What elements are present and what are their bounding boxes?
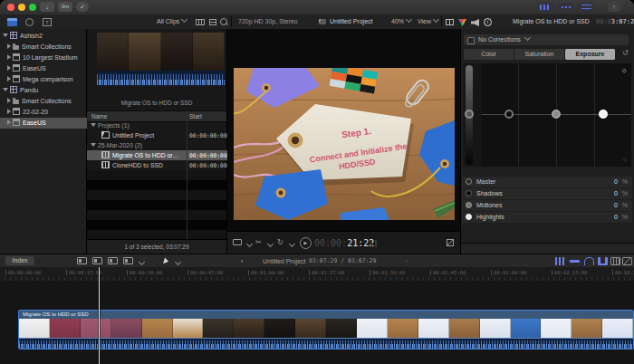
highlights-puck[interactable] [599, 110, 608, 119]
disclosure-open-icon[interactable] [91, 123, 96, 127]
browser-row-migrate-os-selected[interactable]: Migrate OS to HDD or…00:00:00:00 [87, 150, 241, 160]
midtones-puck[interactable] [552, 110, 561, 119]
timeline-ruler[interactable]: 00:00:00:00 00:00:15:00 00:00:30:00 00:0… [0, 267, 634, 282]
master-puck[interactable] [465, 110, 474, 119]
retime-menu-icon[interactable]: ↻ [277, 238, 283, 247]
photos-audio-tab-icon[interactable] [25, 18, 34, 26]
disclosure-closed-icon[interactable] [7, 43, 11, 49]
board-row-midtones[interactable]: Midtones0% [462, 200, 632, 211]
video-inspector-icon[interactable] [446, 19, 454, 25]
previous-timeline-button[interactable]: ‹ [241, 254, 243, 268]
connect-edit-button[interactable] [77, 257, 87, 264]
skimming-toggle[interactable] [555, 257, 565, 265]
overwrite-edit-button[interactable] [123, 257, 133, 264]
sidebar-item-smart-collections[interactable]: Smart Collections [0, 42, 93, 53]
fullscreen-icon[interactable] [447, 239, 454, 246]
column-divider[interactable] [187, 110, 187, 239]
expand-timeline-button[interactable] [622, 257, 632, 265]
sidebar-item-mega-comparison[interactable]: Mega comparison [0, 74, 93, 85]
reset-icon[interactable]: ↺ [622, 49, 629, 57]
browser-row-untitled-project[interactable]: Untitled Project00:00:00:00 [87, 130, 241, 140]
audio-meter-mini[interactable] [375, 240, 377, 247]
search-icon[interactable] [220, 18, 227, 25]
toggle-browser-button[interactable] [537, 3, 552, 12]
check-circle-button[interactable]: ✓ [76, 2, 89, 12]
timeline-index-button[interactable]: Index [5, 256, 34, 265]
clip-thumbnail [19, 319, 50, 338]
info-inspector-icon[interactable]: i [484, 18, 492, 26]
share-button[interactable]: ↑ [608, 2, 620, 12]
disclosure-open-icon[interactable] [91, 143, 96, 147]
playhead[interactable] [99, 267, 100, 364]
sidebar-item-easeus-selected[interactable]: EaseUS [0, 118, 93, 129]
download-button[interactable]: ↓ [40, 2, 54, 12]
browser-row-25-mar-2020[interactable]: 25-Mar-2020 (2) [87, 140, 230, 150]
ruler-label: 00:00:30:00 [127, 270, 162, 275]
timeline-clip-migrate-os[interactable]: Migrate OS to HDD or SSD [18, 310, 634, 350]
disclosure-closed-icon[interactable] [7, 76, 11, 81]
append-edit-button[interactable] [108, 257, 118, 264]
tab-saturation[interactable]: Saturation [514, 49, 565, 60]
board-row-highlights[interactable]: Highlights0% [462, 212, 632, 223]
disclosure-closed-icon[interactable] [7, 65, 11, 71]
browser-filmstrip[interactable] [97, 33, 225, 71]
minimize-window-button[interactable] [18, 4, 25, 11]
toggle-timeline-button[interactable] [558, 3, 573, 12]
sidebar-item-smart-collections-2[interactable]: Smart Collections [0, 96, 93, 107]
tab-color[interactable]: Color [464, 49, 514, 60]
shadows-puck[interactable] [504, 110, 514, 119]
disclosure-open-icon[interactable] [3, 88, 8, 91]
clip-media-menu-icon[interactable] [233, 239, 242, 245]
filmstrip-view-button[interactable] [196, 19, 205, 25]
color-inspector-icon[interactable] [458, 19, 466, 26]
browser-row-projects[interactable]: Projects (1) [87, 120, 230, 130]
disclosure-closed-icon[interactable] [7, 120, 11, 125]
board-row-shadows[interactable]: Shadows0% [462, 188, 632, 199]
audio-inspector-icon[interactable] [471, 19, 479, 26]
audio-skimming-toggle[interactable] [570, 257, 580, 265]
viewer-toolbar: ✂ ↻ ▶ 00:00:21:22 [227, 231, 460, 254]
disclosure-closed-icon[interactable] [7, 109, 11, 114]
clip-appearance-button[interactable] [610, 257, 620, 265]
row-value[interactable]: 0 [614, 188, 618, 199]
libraries-tab-icon[interactable] [7, 18, 17, 26]
browser-row-clonehdd[interactable]: CloneHDD to SSD00:00:00:00 [87, 160, 241, 170]
snapping-toggle[interactable] [598, 257, 608, 265]
timeline-project-name[interactable]: Untitled Project [263, 254, 305, 268]
board-row-master[interactable]: Master0% [462, 177, 632, 187]
viewer-video-frame[interactable]: Step 1. Connect and Initialize the HDD/S… [234, 68, 455, 220]
correction-dropdown[interactable]: No Corrections [464, 34, 629, 45]
insert-edit-button[interactable] [92, 257, 102, 264]
play-button[interactable]: ▶ [300, 237, 312, 249]
sidebar-item-10-largest-stadium[interactable]: 10 Largest Stadium [0, 53, 93, 63]
viewer-view-menu[interactable]: View [418, 14, 438, 29]
sidebar-item-pandu[interactable]: Pandu [0, 85, 89, 96]
disclosure-closed-icon[interactable] [7, 98, 11, 103]
sidebar-item-22-02-20[interactable]: 22-02-20 [0, 107, 93, 118]
clip-filter-dropdown[interactable]: All Clips [157, 14, 187, 29]
sidebar-item-ashish2[interactable]: Ashish2 [0, 31, 89, 42]
board-panel[interactable]: ☼ ☼ [481, 63, 631, 167]
toggle-inspector-button[interactable] [579, 3, 594, 12]
row-value[interactable]: 0 [614, 200, 618, 211]
close-window-button[interactable] [7, 4, 14, 11]
row-value[interactable]: 0 [614, 212, 618, 223]
viewer-zoom-menu[interactable]: 40% [391, 14, 411, 29]
titlebar-button-2[interactable]: 0m [58, 2, 72, 12]
disclosure-closed-icon[interactable] [7, 54, 11, 60]
next-timeline-button[interactable]: › [406, 254, 408, 268]
sidebar-item-easeus-1[interactable]: EaseUS [0, 63, 93, 74]
timeline-area[interactable]: Migrate OS to HDD or SSD [0, 281, 634, 364]
select-tool-icon[interactable] [163, 257, 169, 264]
blade-tools-icon[interactable]: ✂ [255, 238, 262, 247]
row-value[interactable]: 0 [614, 177, 618, 187]
list-view-button[interactable] [209, 19, 216, 25]
audio-meter-mini[interactable] [370, 240, 372, 247]
chevron-down-icon [289, 241, 295, 247]
solo-toggle[interactable] [584, 257, 594, 265]
tab-exposure[interactable]: Exposure [565, 49, 616, 60]
correction-checkbox[interactable] [467, 37, 475, 44]
zoom-window-button[interactable] [29, 4, 36, 11]
titles-generators-tab-icon[interactable]: T [43, 18, 52, 26]
disclosure-open-icon[interactable] [3, 34, 8, 37]
